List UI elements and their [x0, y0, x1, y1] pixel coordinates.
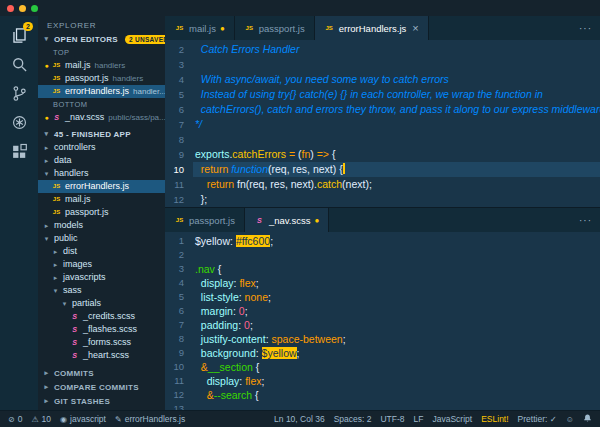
- title-bar: [0, 0, 600, 16]
- line-content: &__section {: [193, 360, 600, 374]
- status-indentation[interactable]: Spaces: 2: [334, 414, 372, 424]
- tree-item[interactable]: S_credits.scss: [38, 310, 165, 323]
- tab-passport.js[interactable]: JSpassport.js: [165, 208, 245, 232]
- tree-item[interactable]: ▾handlers: [38, 167, 165, 180]
- status-text: LF: [414, 414, 424, 424]
- code-line[interactable]: 9exports.catchErrors = (fn) => {: [165, 147, 600, 162]
- zoom-window-button[interactable]: [31, 5, 38, 12]
- section-git-stashes[interactable]: ▸GIT STASHES: [38, 394, 165, 408]
- tab-_nav.scss[interactable]: S_nav.scss●: [245, 208, 329, 232]
- code-line[interactable]: 11 display: flex;: [165, 374, 600, 388]
- status-language-mode[interactable]: JavaScript: [432, 414, 472, 424]
- tab-passport.js[interactable]: JSpassport.js: [235, 16, 315, 40]
- open-editor-item[interactable]: ●S_nav.scsspublic/sass/pa...: [38, 111, 165, 124]
- tree-item[interactable]: ▸dist: [38, 245, 165, 258]
- chevron-right-icon: ▸: [51, 271, 60, 284]
- status-encoding[interactable]: UTF-8: [380, 414, 404, 424]
- code-line[interactable]: 8: [165, 132, 600, 147]
- status-problems-errors[interactable]: ⊘0: [8, 414, 22, 424]
- code-line[interactable]: 2 Catch Errors Handler: [165, 42, 600, 57]
- tab-label: errorHandlers.js: [339, 23, 407, 34]
- code-line[interactable]: 13: [165, 402, 600, 410]
- code-line[interactable]: 5 Instead of using try{} catch(e) {} in …: [165, 87, 600, 102]
- tree-item[interactable]: S_flashes.scss: [38, 323, 165, 336]
- code-line[interactable]: 12 };: [165, 192, 600, 207]
- close-icon[interactable]: ×: [412, 22, 418, 34]
- token: };: [195, 193, 207, 205]
- open-editor-item[interactable]: ●JSmail.jshandlers: [38, 59, 165, 72]
- status-eol[interactable]: LF: [414, 414, 424, 424]
- tree-item[interactable]: ▸controllers: [38, 141, 165, 154]
- code-editor-top[interactable]: 2 Catch Errors Handler34 With async/awai…: [165, 40, 600, 207]
- code-line[interactable]: 3: [165, 57, 600, 72]
- tree-item[interactable]: ▸data: [38, 154, 165, 167]
- code-line[interactable]: 6 margin: 0;: [165, 304, 600, 318]
- code-line[interactable]: 10 return function(req, res, next) {: [165, 162, 600, 177]
- line-content: return fn(req, res, next).catch(next);: [193, 177, 600, 192]
- code-line[interactable]: 12 &--search {: [165, 388, 600, 402]
- code-line[interactable]: 7*/: [165, 117, 600, 132]
- status-active-file[interactable]: ✎errorHandlers.js: [115, 414, 185, 424]
- open-editors-header[interactable]: ▾ OPEN EDITORS 2 UNSAVED: [38, 32, 165, 46]
- text-cursor: [343, 163, 345, 174]
- source-control-activity-button[interactable]: [0, 79, 38, 108]
- status-eslint[interactable]: ESLint!: [481, 414, 508, 424]
- code-line[interactable]: 4 With async/await, you need some way to…: [165, 72, 600, 87]
- code-line[interactable]: 7 padding: 0;: [165, 318, 600, 332]
- status-prettier[interactable]: Prettier: ✓: [518, 414, 557, 424]
- more-actions-button[interactable]: ···: [571, 16, 600, 40]
- chevron-down-icon: ▾: [51, 284, 60, 297]
- tree-item[interactable]: S_forms.scss: [38, 336, 165, 349]
- tree-item[interactable]: ▾sass: [38, 284, 165, 297]
- tree-item[interactable]: JSpassport.js: [38, 206, 165, 219]
- code-line[interactable]: 1$yellow: #ffc600;: [165, 234, 600, 248]
- line-content: display: flex;: [193, 374, 600, 388]
- code-line[interactable]: 5 list-style: none;: [165, 290, 600, 304]
- code-line[interactable]: 9 background: $yellow;: [165, 346, 600, 360]
- tree-item[interactable]: ▾partials: [38, 297, 165, 310]
- tree-item[interactable]: ▾public: [38, 232, 165, 245]
- folder-root-header[interactable]: ▾ 45 - FINISHED APP: [38, 127, 165, 141]
- token: return: [201, 163, 228, 175]
- code-line[interactable]: 3.nav {: [165, 262, 600, 276]
- tree-item[interactable]: ▸models: [38, 219, 165, 232]
- tree-item[interactable]: JSmail.js: [38, 193, 165, 206]
- explorer-activity-button[interactable]: 2: [0, 21, 38, 50]
- tab-errorHandlers.js[interactable]: JSerrorHandlers.js×: [315, 16, 429, 40]
- status-spellcheck-language[interactable]: ◉javascript: [60, 414, 106, 424]
- workbench: 2 EXPLORER ▾ OPEN EDITORS 2 UNSAVED TOP: [0, 16, 600, 410]
- code-line[interactable]: 2: [165, 248, 600, 262]
- tree-item-label: partials: [72, 297, 101, 310]
- close-window-button[interactable]: [7, 5, 14, 12]
- minimize-window-button[interactable]: [19, 5, 26, 12]
- open-editor-item[interactable]: JSpassport.jshandlers: [38, 72, 165, 85]
- token: &: [207, 389, 214, 401]
- chevron-right-icon: ▸: [42, 397, 51, 405]
- status-text: ESLint!: [481, 414, 508, 424]
- token: (next);: [342, 178, 372, 190]
- tab-mail.js[interactable]: JSmail.js●: [165, 16, 235, 40]
- code-line[interactable]: 10 &__section {: [165, 360, 600, 374]
- tree-item[interactable]: ▸javascripts: [38, 271, 165, 284]
- debug-activity-button[interactable]: [0, 108, 38, 137]
- code-line[interactable]: 6 catchErrors(), catch and errors they t…: [165, 102, 600, 117]
- tree-item[interactable]: JSerrorHandlers.js: [38, 180, 165, 193]
- status-cursor-position[interactable]: Ln 10, Col 36: [274, 414, 325, 424]
- more-actions-button[interactable]: ···: [571, 208, 600, 232]
- status-problems-warnings[interactable]: ⚠10: [31, 414, 51, 424]
- section-compare-commits[interactable]: ▸COMPARE COMMITS: [38, 380, 165, 394]
- status-notifications-bell[interactable]: [583, 413, 592, 425]
- tree-item[interactable]: S_heart.scss: [38, 349, 165, 362]
- section-commits[interactable]: ▸COMMITS: [38, 366, 165, 380]
- tree-item[interactable]: ▸images: [38, 258, 165, 271]
- search-activity-button[interactable]: [0, 50, 38, 79]
- status-feedback-smiley[interactable]: ☺: [566, 415, 574, 424]
- unsaved-count-badge: 2 UNSAVED: [125, 35, 165, 44]
- code-line[interactable]: 8 justify-content: space-between;: [165, 332, 600, 346]
- chevron-down-icon: ▾: [42, 130, 51, 138]
- code-editor-bottom[interactable]: 1$yellow: #ffc600;23.nav {4 display: fle…: [165, 232, 600, 410]
- code-line[interactable]: 4 display: flex;: [165, 276, 600, 290]
- open-editor-item[interactable]: JSerrorHandlers.jshandler...: [38, 85, 165, 98]
- code-line[interactable]: 11 return fn(req, res, next).catch(next)…: [165, 177, 600, 192]
- extensions-activity-button[interactable]: [0, 137, 38, 166]
